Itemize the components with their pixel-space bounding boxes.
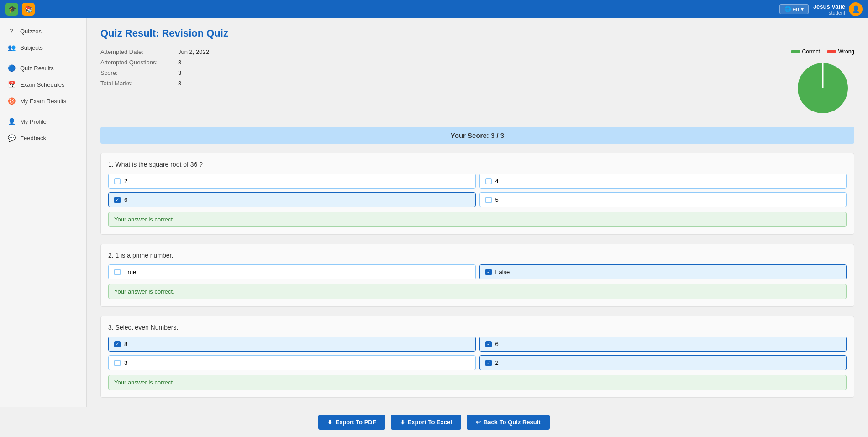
- option-item-q3-2: ✓6: [479, 337, 847, 352]
- quiz-results-icon: 🔵: [7, 64, 16, 72]
- option-label-q3-2: 6: [495, 341, 499, 347]
- answer-feedback-1: Your answer is correct.: [108, 212, 847, 227]
- option-label-q3-3: 3: [124, 359, 127, 366]
- option-checkbox-q3-3: [114, 360, 121, 366]
- questions-value: 3: [178, 59, 181, 66]
- sidebar-item-subjects[interactable]: 👥 Subjects: [0, 39, 86, 56]
- sidebar-label-quiz-results: Quiz Results: [20, 65, 54, 72]
- total-value: 3: [178, 80, 181, 87]
- user-info: Jesus Valle student 👤: [813, 2, 863, 16]
- calendar-icon: 📅: [7, 81, 16, 88]
- user-role: student: [829, 10, 845, 16]
- sidebar-label-my-exam-results: My Exam Results: [20, 98, 66, 105]
- option-item-q1-2: 4: [479, 174, 847, 189]
- question-block-1: 1. What is the square root of 36 ?24✓65Y…: [100, 153, 854, 235]
- back-to-quiz-button[interactable]: ↩ Back To Quiz Result: [467, 415, 550, 430]
- header: 🎓 📚 🌐 en ▾ Jesus Valle student 👤: [0, 0, 868, 18]
- logo-icon-2: 📚: [22, 3, 35, 16]
- question-text-2: 2. 1 is a prime number.: [108, 252, 847, 259]
- option-label-q2-2: False: [495, 269, 510, 275]
- correct-label: Correct: [802, 48, 820, 55]
- answer-feedback-3: Your answer is correct.: [108, 375, 847, 390]
- sidebar-label-feedback: Feedback: [20, 135, 46, 142]
- options-grid-2: True✓False: [108, 264, 847, 279]
- questions-label: Attempted Questions:: [100, 59, 174, 66]
- date-value: Jun 2, 2022: [178, 48, 209, 55]
- download-icon: ⬇: [327, 419, 332, 426]
- sidebar: ? Quizzes 👥 Subjects 🔵 Quiz Results 📅 Ex…: [0, 18, 87, 407]
- sidebar-label-my-profile: My Profile: [20, 118, 47, 125]
- sidebar-divider-1: [0, 58, 86, 58]
- option-checkbox-q2-2: ✓: [485, 269, 492, 275]
- questions-container: 1. What is the square root of 36 ?24✓65Y…: [100, 153, 854, 398]
- meta-row-total: Total Marks: 3: [100, 80, 773, 87]
- score-label: Score:: [100, 69, 174, 76]
- page-title: Quiz Result: Revision Quiz: [100, 27, 854, 39]
- option-item-q3-4: ✓2: [479, 355, 847, 370]
- date-label: Attempted Date:: [100, 48, 174, 55]
- meta-row-date: Attempted Date: Jun 2, 2022: [100, 48, 773, 55]
- sidebar-label-subjects: Subjects: [20, 44, 43, 51]
- option-checkbox-q3-1: ✓: [114, 341, 121, 347]
- sidebar-item-exam-schedules[interactable]: 📅 Exam Schedules: [0, 76, 86, 93]
- option-label-q1-1: 2: [124, 178, 127, 184]
- profile-icon: 👤: [7, 118, 16, 125]
- export-pdf-label: Export To PDF: [335, 419, 376, 426]
- option-item-q3-1: ✓8: [108, 337, 476, 352]
- option-checkbox-q2-1: [114, 269, 121, 275]
- user-name: Jesus Valle: [813, 3, 845, 10]
- option-item-q1-1: 2: [108, 174, 476, 189]
- language-selector[interactable]: 🌐 en ▾: [779, 4, 809, 14]
- option-checkbox-q1-2: [485, 178, 492, 184]
- option-label-q1-2: 4: [495, 178, 499, 184]
- correct-dot: [791, 50, 800, 53]
- footer-buttons: ⬇ Export To PDF ⬇ Export To Excel ↩ Back…: [0, 407, 868, 437]
- score-value: 3: [178, 69, 181, 76]
- back-quiz-label: Back To Quiz Result: [484, 419, 541, 426]
- answer-feedback-2: Your answer is correct.: [108, 284, 847, 299]
- export-excel-button[interactable]: ⬇ Export To Excel: [391, 415, 461, 430]
- meta-row-questions: Attempted Questions: 3: [100, 59, 773, 66]
- option-checkbox-q1-1: [114, 178, 121, 184]
- quiz-info: Attempted Date: Jun 2, 2022 Attempted Qu…: [100, 48, 854, 118]
- question-icon: ?: [7, 27, 16, 35]
- sidebar-item-my-exam-results[interactable]: ♉ My Exam Results: [0, 93, 86, 109]
- export-pdf-button[interactable]: ⬇ Export To PDF: [318, 415, 385, 430]
- logo-icon-1: 🎓: [5, 3, 18, 16]
- score-banner: Your Score: 3 / 3: [100, 127, 854, 144]
- question-text-3: 3. Select even Numbers.: [108, 324, 847, 331]
- subjects-icon: 👥: [7, 44, 16, 51]
- option-checkbox-q1-3: ✓: [114, 197, 121, 203]
- wrong-label: Wrong: [838, 48, 854, 55]
- option-checkbox-q3-2: ✓: [485, 341, 492, 347]
- user-text: Jesus Valle student: [813, 3, 845, 16]
- excel-icon: ⬇: [400, 419, 405, 426]
- feedback-icon: 💬: [7, 134, 16, 142]
- options-grid-3: ✓8✓63✓2: [108, 337, 847, 370]
- sidebar-label-exam-schedules: Exam Schedules: [20, 81, 65, 88]
- sidebar-item-feedback[interactable]: 💬 Feedback: [0, 130, 86, 146]
- option-label-q1-4: 5: [495, 196, 499, 203]
- wrong-dot: [827, 50, 836, 53]
- quiz-meta: Attempted Date: Jun 2, 2022 Attempted Qu…: [100, 48, 773, 90]
- legend-wrong: Wrong: [827, 48, 854, 55]
- sidebar-item-my-profile[interactable]: 👤 My Profile: [0, 113, 86, 130]
- question-block-2: 2. 1 is a prime number.True✓FalseYour an…: [100, 244, 854, 307]
- export-excel-label: Export To Excel: [408, 419, 452, 426]
- pie-chart: [793, 58, 852, 118]
- sidebar-item-quiz-results[interactable]: 🔵 Quiz Results: [0, 60, 86, 76]
- back-icon: ↩: [476, 419, 481, 426]
- total-label: Total Marks:: [100, 80, 174, 87]
- chart-legend: Correct Wrong: [791, 48, 854, 55]
- option-label-q3-4: 2: [495, 359, 499, 366]
- option-checkbox-q1-4: [485, 197, 492, 203]
- sidebar-label-quizzes: Quizzes: [20, 28, 42, 35]
- sidebar-item-quizzes[interactable]: ? Quizzes: [0, 23, 86, 39]
- option-item-q2-1: True: [108, 264, 476, 279]
- exam-results-icon: ♉: [7, 97, 16, 105]
- chart-area: Correct Wrong: [791, 48, 854, 118]
- option-item-q2-2: ✓False: [479, 264, 847, 279]
- options-grid-1: 24✓65: [108, 174, 847, 207]
- meta-row-score: Score: 3: [100, 69, 773, 76]
- lang-label: en: [793, 6, 799, 12]
